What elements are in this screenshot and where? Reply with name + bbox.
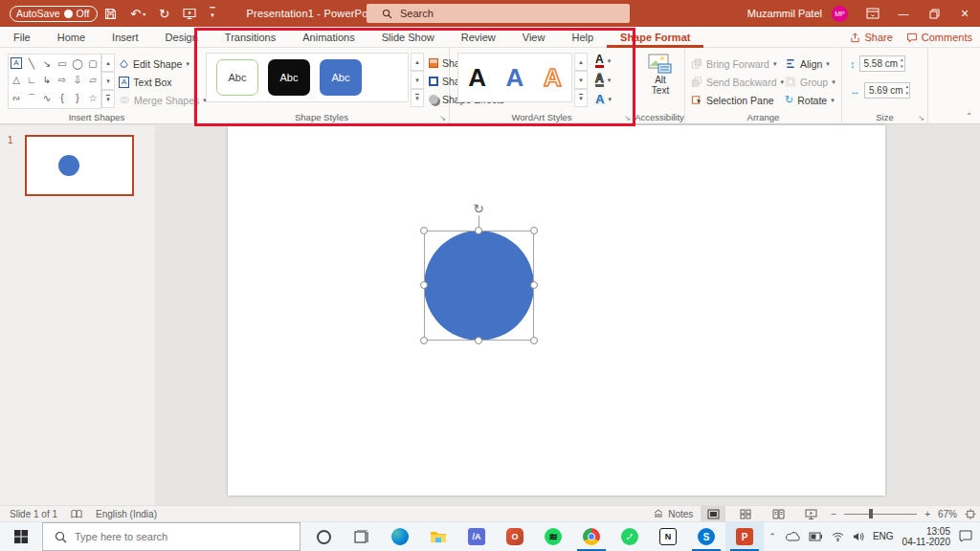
shape-left-brace-icon[interactable]: { <box>55 89 70 108</box>
share-button[interactable]: Share <box>850 32 892 43</box>
slide-show-view-button[interactable] <box>798 506 823 521</box>
edge-button[interactable] <box>381 522 419 551</box>
slide[interactable] <box>228 125 885 496</box>
text-outline-button[interactable]: A▾ <box>595 71 611 89</box>
tab-review[interactable]: Review <box>448 27 509 48</box>
tab-animations[interactable]: Animations <box>289 27 368 48</box>
shape-elbow-arrow-icon[interactable]: ↳ <box>39 72 55 88</box>
collapse-ribbon-button[interactable]: ⌃ <box>966 112 972 121</box>
shape-right-brace-icon[interactable]: } <box>70 89 85 108</box>
notion-button[interactable]: N <box>649 522 687 551</box>
powerpoint-taskbar-button[interactable]: P <box>725 522 764 551</box>
wifi-icon[interactable] <box>832 532 844 541</box>
handle-bottom-center[interactable] <box>475 337 482 344</box>
search-box[interactable]: Search <box>367 4 630 23</box>
shape-rounded-rectangle-icon[interactable]: ▢ <box>85 55 100 72</box>
style-more-button[interactable]: ▾ <box>411 89 424 107</box>
handle-top-center[interactable] <box>475 227 482 234</box>
size-dialog-launcher[interactable]: ↘ <box>918 114 924 122</box>
shape-triangle-icon[interactable]: △ <box>9 72 24 88</box>
zoom-percent[interactable]: 67% <box>938 509 957 519</box>
handle-middle-left[interactable] <box>420 281 428 289</box>
zoom-slider[interactable] <box>844 514 917 515</box>
rotate-handle[interactable]: ↻ <box>471 201 486 216</box>
wordart-preset-orange-outline[interactable]: A <box>535 56 569 99</box>
shape-down-arrow-icon[interactable]: ⇩ <box>70 72 85 88</box>
text-effects-button[interactable]: A▾ <box>595 90 612 108</box>
customize-quick-access-button[interactable]: ▔▾ <box>210 10 214 17</box>
normal-view-button[interactable] <box>701 506 725 521</box>
group-button[interactable]: Group▾ <box>785 73 835 91</box>
style-preset-blue[interactable]: Abc <box>320 59 362 96</box>
tab-help[interactable]: Help <box>558 27 607 48</box>
tab-home[interactable]: Home <box>44 27 99 48</box>
close-button[interactable]: ✕ <box>949 0 980 27</box>
code-app-button[interactable]: /A <box>457 522 496 551</box>
wordart-preset-blue[interactable]: A <box>498 56 532 99</box>
edit-shape-button[interactable]: Edit Shape▾ <box>119 55 189 73</box>
tab-insert[interactable]: Insert <box>99 27 152 48</box>
undo-button[interactable]: ↶▾ <box>130 7 145 21</box>
handle-bottom-left[interactable] <box>420 337 428 344</box>
shape-line-icon[interactable]: ╲ <box>24 55 39 72</box>
reading-view-button[interactable] <box>766 506 791 521</box>
shape-oval-icon[interactable]: ◯ <box>70 55 85 72</box>
onedrive-icon[interactable] <box>785 531 800 541</box>
text-fill-button[interactable]: A▾ <box>595 52 611 70</box>
office-button[interactable]: O <box>496 522 534 551</box>
tab-design[interactable]: Design <box>152 27 212 48</box>
fit-slide-to-window-icon[interactable] <box>965 509 976 519</box>
minimize-button[interactable]: — <box>888 0 919 27</box>
restore-button[interactable] <box>919 0 949 27</box>
spotify-button[interactable]: ≋ <box>534 522 572 551</box>
cortana-button[interactable] <box>304 522 343 551</box>
accessibility-check-icon[interactable] <box>71 509 82 519</box>
shape-arc-icon[interactable]: ⌒ <box>24 89 39 108</box>
battery-icon[interactable] <box>809 532 823 541</box>
wordart-more-button[interactable]: ▾ <box>574 89 588 107</box>
start-slideshow-button[interactable] <box>183 8 196 20</box>
alt-text-button[interactable]: Alt Text <box>639 54 681 113</box>
tab-view[interactable]: View <box>509 27 559 48</box>
comments-button[interactable]: Comments <box>906 32 972 43</box>
handle-middle-right[interactable] <box>530 281 538 289</box>
shape-elbow-icon[interactable]: ∟ <box>24 72 39 88</box>
style-up-button[interactable]: ▴ <box>411 53 424 71</box>
shape-flowchart-icon[interactable]: ▱ <box>85 72 100 88</box>
wordart-preset-black[interactable]: A <box>460 56 495 99</box>
avatar[interactable]: MP <box>832 6 848 22</box>
ribbon-display-options-button[interactable] <box>858 0 888 27</box>
slide-sorter-view-button[interactable] <box>733 506 758 521</box>
chrome-button[interactable] <box>572 522 611 551</box>
handle-top-right[interactable] <box>530 227 538 234</box>
shape-text-box-icon[interactable]: A <box>9 55 24 72</box>
selection-pane-button[interactable]: Selection Pane <box>691 91 774 109</box>
bring-forward-button[interactable]: Bring Forward▾ <box>691 55 776 73</box>
handle-top-left[interactable] <box>420 227 428 234</box>
gallery-down-button[interactable]: ▾ <box>101 72 115 90</box>
file-explorer-button[interactable] <box>419 522 457 551</box>
style-down-button[interactable]: ▾ <box>411 71 424 89</box>
slide-thumbnail[interactable] <box>25 135 134 196</box>
wordart-up-button[interactable]: ▴ <box>574 53 588 71</box>
zoom-in-button[interactable]: + <box>924 509 930 519</box>
rotate-button[interactable]: ↻Rotate▾ <box>785 91 835 109</box>
wordart-dialog-launcher[interactable]: ↘ <box>624 114 631 122</box>
zoom-out-button[interactable]: − <box>831 509 836 519</box>
gallery-more-button[interactable]: ▾ <box>101 90 115 108</box>
zoom-slider-thumb[interactable] <box>869 509 873 518</box>
taskbar-search-input[interactable] <box>75 531 266 542</box>
task-view-button[interactable] <box>343 522 381 551</box>
shape-gallery[interactable]: A ╲ ↘ ▭ ◯ ▢ △ ∟ ↳ ⇨ ⇩ ▱ ∾ ⌒ ∿ { } ☆ <box>8 54 101 109</box>
save-button[interactable] <box>104 8 117 20</box>
account-name[interactable]: Muzammil Patel <box>747 8 822 19</box>
shape-width-input[interactable]: 5.69 cm ▴▾ <box>864 82 910 99</box>
height-spinner[interactable]: ▴▾ <box>901 56 903 70</box>
tab-slide-show[interactable]: Slide Show <box>368 27 448 48</box>
input-language-button[interactable]: ENG <box>873 531 894 541</box>
redo-button[interactable]: ↻ <box>159 7 169 21</box>
shape-curve-icon[interactable]: ∿ <box>39 89 55 108</box>
action-center-icon[interactable] <box>959 530 972 542</box>
shape-scribble-icon[interactable]: ∾ <box>9 89 24 108</box>
skype-button[interactable]: S <box>687 522 725 551</box>
